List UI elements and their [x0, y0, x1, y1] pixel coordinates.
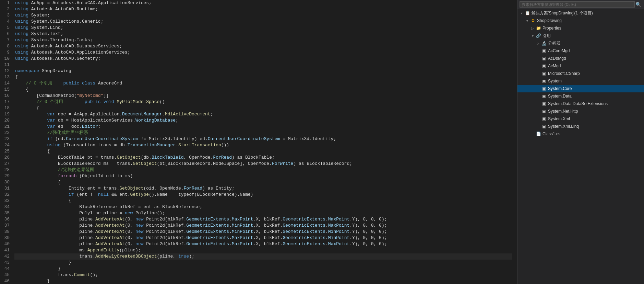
- code-line-22[interactable]: //强化成世界坐标系: [14, 130, 512, 136]
- tree-item[interactable]: ▣ System: [517, 77, 644, 85]
- code-line-26[interactable]: BlockTable bt = trans.GetObject(db.Block…: [14, 155, 512, 161]
- tree-item[interactable]: ▣ System.Core: [517, 85, 644, 92]
- tree-item[interactable]: ▣ System.Data.DataSetExtensions: [517, 100, 644, 107]
- tree-item[interactable]: ▣ System.Xml.Linq: [517, 123, 644, 130]
- code-line-5[interactable]: using System.Linq;: [14, 25, 512, 31]
- code-line-9[interactable]: using Autodesk.AutoCAD.ApplicationServic…: [14, 49, 512, 56]
- search-icon-btn[interactable]: 🔍: [635, 1, 642, 8]
- code-line-30[interactable]: {: [14, 179, 512, 185]
- tree-icon: ▣: [541, 56, 547, 61]
- tree-label: System.Xml: [548, 116, 570, 121]
- tree-item[interactable]: ▾ 🔗 引用: [517, 32, 644, 39]
- code-line-44[interactable]: }: [14, 266, 512, 272]
- tree-arrow: ▷: [535, 42, 541, 45]
- tree-arrow: ▾: [530, 34, 535, 38]
- code-line-16[interactable]: [CommandMethod("myNetcmd"]]: [14, 93, 512, 99]
- tree-icon: ▣: [541, 86, 547, 91]
- tree-arrow: ▷: [530, 26, 535, 30]
- tree-icon: ▣: [541, 109, 547, 114]
- code-line-34[interactable]: BlockReference blkRef = ent as BlockRefe…: [14, 204, 512, 210]
- tree-item[interactable]: ▣ AcMgd: [517, 62, 644, 70]
- code-line-17[interactable]: // 0 个引用 public void MyPlotModelSpace(): [14, 99, 512, 105]
- tree-item[interactable]: ▷ 📁 Properties: [517, 24, 644, 32]
- search-bar: 🔍: [517, 0, 644, 9]
- code-line-35[interactable]: Polyline pline = new Polyline();: [14, 210, 512, 216]
- code-line-36[interactable]: pline.AddVertexAt(0, new Point2d(blkRef.…: [14, 216, 512, 223]
- code-line-45[interactable]: trans.Commit();: [14, 272, 512, 278]
- tree-label: System: [548, 79, 562, 83]
- tree-icon: ▣: [541, 124, 547, 129]
- tree-label: AcDbMgd: [548, 56, 566, 61]
- tree-item[interactable]: ▣ System.Xml: [517, 115, 644, 123]
- code-content[interactable]: using AcApp = Autodesk.AutoCAD.Applicati…: [13, 0, 512, 284]
- code-line-37[interactable]: pline.AddVertexAt(0, new Point2d(blkRef.…: [14, 223, 512, 229]
- code-line-33[interactable]: {: [14, 198, 512, 204]
- code-line-43[interactable]: }: [14, 260, 512, 266]
- search-input[interactable]: [520, 1, 635, 8]
- code-line-11[interactable]: [14, 62, 512, 68]
- tree-label: 分析器: [548, 41, 560, 46]
- tree-icon: ▣: [541, 79, 547, 83]
- code-line-4[interactable]: using System.Collections.Generic;: [14, 19, 512, 25]
- tree-label: AcMgd: [548, 64, 561, 68]
- code-line-24[interactable]: using (Transaction trans = db.Transactio…: [14, 142, 512, 148]
- tree-label: Class1.cs: [542, 132, 560, 136]
- line-numbers: 1234567891011121314151617181920212223242…: [0, 0, 13, 284]
- code-line-19[interactable]: var doc = AcApp.Application.DocumentMana…: [14, 111, 512, 117]
- code-line-42[interactable]: trans.AddNewlyCreatedDBObject(pline, tru…: [14, 253, 512, 260]
- code-line-41[interactable]: ms.AppendEntity(pline);: [14, 247, 512, 253]
- code-line-27[interactable]: BlockTableRecord ms = trans.GetObject(bt…: [14, 161, 512, 167]
- code-line-14[interactable]: // 0 个引用 public class AacoreCmd: [14, 80, 512, 87]
- code-line-6[interactable]: using System.Text;: [14, 31, 512, 37]
- tree-label: System.Core: [548, 86, 572, 91]
- code-line-46[interactable]: }: [14, 278, 512, 284]
- tree-label: System.Data: [548, 94, 572, 99]
- code-line-12[interactable]: namespace ShopDrawing: [14, 68, 512, 74]
- tree-item[interactable]: ▣ AcCoreMgd: [517, 47, 644, 55]
- code-line-25[interactable]: {: [14, 148, 512, 155]
- code-line-15[interactable]: {: [14, 87, 512, 93]
- code-line-20[interactable]: var db = HostApplicationServices.Working…: [14, 117, 512, 124]
- right-panel: 🔍 ▾ 📋 解决方案'ShopDrawing'(1 个项目) ▾ ⚙ ShopD…: [517, 0, 644, 284]
- code-line-39[interactable]: pline.AddVertexAt(0, new Point2d(blkRef.…: [14, 235, 512, 241]
- tree-label: AcCoreMgd: [548, 48, 570, 53]
- code-line-2[interactable]: using Autodesk.AutoCAD.Runtime;: [14, 6, 512, 12]
- solution-tree[interactable]: ▾ 📋 解决方案'ShopDrawing'(1 个项目) ▾ ⚙ ShopDra…: [517, 9, 644, 284]
- code-line-13[interactable]: {: [14, 74, 512, 80]
- tree-icon: ▣: [541, 48, 547, 53]
- code-line-3[interactable]: using System;: [14, 12, 512, 19]
- code-line-23[interactable]: if (ed.CurrentUserCoordinateSystem != Ma…: [14, 136, 512, 142]
- code-line-1[interactable]: using AcApp = Autodesk.AutoCAD.Applicati…: [14, 0, 512, 6]
- code-line-21[interactable]: var ed = doc.Editor;: [14, 124, 512, 130]
- code-line-32[interactable]: if (ent != null && ent.GetType().Name ==…: [14, 192, 512, 198]
- tree-item[interactable]: 📄 Class1.cs: [517, 130, 644, 138]
- tree-item[interactable]: ▣ System.Data: [517, 92, 644, 100]
- code-line-28[interactable]: //定块的边界范围: [14, 167, 512, 173]
- tree-icon: ▣: [541, 71, 547, 76]
- tree-label: System.Data.DataSetExtensions: [548, 101, 608, 106]
- tree-item[interactable]: ▷ 🔬 分析器: [517, 39, 644, 47]
- tree-item[interactable]: ▾ 📋 解决方案'ShopDrawing'(1 个项目): [517, 9, 644, 17]
- tree-label: 解决方案'ShopDrawing'(1 个项目): [532, 10, 593, 16]
- tree-item[interactable]: ▣ System.Net.Http: [517, 107, 644, 115]
- code-line-40[interactable]: pline.AddVertexAt(0, new Point2d(blkRef.…: [14, 241, 512, 247]
- code-line-8[interactable]: using Autodesk.AutoCAD.DatabaseServices;: [14, 43, 512, 49]
- code-line-31[interactable]: Entity ent = trans.GetObject(oid, OpenMo…: [14, 185, 512, 192]
- code-container: 1234567891011121314151617181920212223242…: [0, 0, 517, 284]
- code-line-18[interactable]: {: [14, 105, 512, 111]
- tree-icon: 🔗: [535, 33, 541, 38]
- tree-label: ShopDrawing: [537, 18, 562, 23]
- tree-label: System.Net.Http: [548, 109, 578, 114]
- tree-icon: ▣: [541, 101, 547, 106]
- tree-label: 引用: [542, 33, 551, 39]
- scroll-area: [512, 0, 517, 284]
- tree-item[interactable]: ▾ ⚙ ShopDrawing: [517, 17, 644, 24]
- editor-area: 1234567891011121314151617181920212223242…: [0, 0, 517, 284]
- tree-item[interactable]: ▣ Microsoft.CSharp: [517, 70, 644, 77]
- code-line-38[interactable]: pline.AddVertexAt(0, new Point2d(blkRef.…: [14, 229, 512, 235]
- tree-arrow: ▾: [524, 19, 530, 23]
- code-line-7[interactable]: using System.Threading.Tasks;: [14, 37, 512, 43]
- tree-item[interactable]: ▣ AcDbMgd: [517, 55, 644, 62]
- code-line-29[interactable]: foreach (ObjectId oid in ms): [14, 173, 512, 179]
- code-line-10[interactable]: using Autodesk.AutoCAD.Geometry;: [14, 56, 512, 62]
